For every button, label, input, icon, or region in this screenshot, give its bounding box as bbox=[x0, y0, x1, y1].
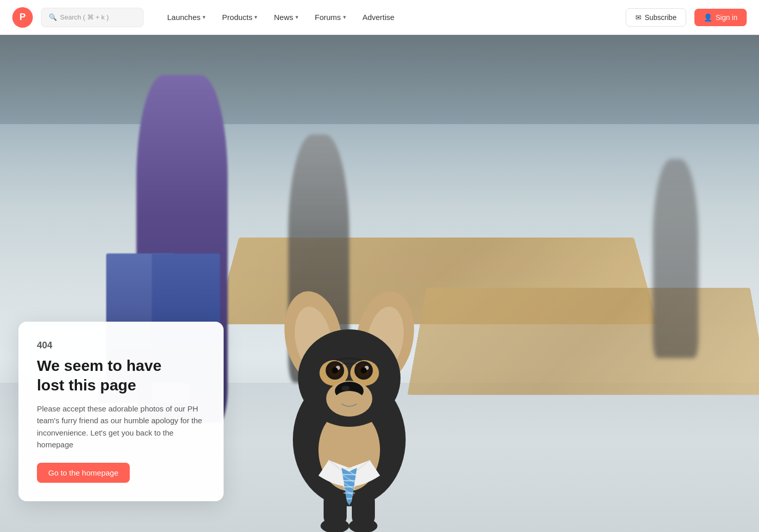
error-heading: We seem to have lost this page bbox=[37, 356, 205, 395]
subscribe-label: Subscribe bbox=[645, 13, 676, 22]
nav-item-launches[interactable]: Launches ▾ bbox=[160, 9, 213, 26]
svg-point-17 bbox=[361, 367, 367, 373]
chevron-down-icon: ▾ bbox=[203, 14, 206, 21]
logo[interactable]: P bbox=[12, 7, 33, 28]
search-placeholder-text: Search ( ⌘ + k ) bbox=[60, 13, 109, 21]
signin-icon: 👤 bbox=[704, 13, 712, 22]
nav-advertise-label: Advertise bbox=[363, 13, 395, 22]
svg-point-19 bbox=[342, 386, 350, 391]
subscribe-icon: ✉ bbox=[635, 13, 642, 22]
svg-point-16 bbox=[332, 367, 338, 373]
nav-item-products[interactable]: Products ▾ bbox=[215, 9, 265, 26]
error-card: 404 We seem to have lost this page Pleas… bbox=[18, 322, 224, 501]
nav-news-label: News bbox=[274, 13, 293, 22]
nav-item-news[interactable]: News ▾ bbox=[267, 9, 306, 26]
signin-button[interactable]: 👤 Sign in bbox=[694, 9, 747, 26]
hero-section: 404 We seem to have lost this page Pleas… bbox=[0, 35, 759, 532]
svg-point-20 bbox=[334, 391, 365, 411]
error-code: 404 bbox=[37, 340, 205, 351]
chevron-down-icon: ▾ bbox=[295, 14, 298, 21]
nav-launches-label: Launches bbox=[167, 13, 201, 22]
chevron-down-icon: ▾ bbox=[343, 14, 346, 21]
subscribe-button[interactable]: ✉ Subscribe bbox=[626, 8, 686, 27]
go-to-homepage-button[interactable]: Go to the homepage bbox=[37, 463, 130, 483]
error-description: Please accept these adorable photos of o… bbox=[37, 403, 205, 450]
navbar: P 🔍 Search ( ⌘ + k ) Launches ▾ Products… bbox=[0, 0, 759, 35]
nav-products-label: Products bbox=[222, 13, 252, 22]
dog-illustration bbox=[190, 35, 509, 532]
search-icon: 🔍 bbox=[49, 13, 57, 21]
chevron-down-icon: ▾ bbox=[254, 14, 257, 21]
nav-forums-label: Forums bbox=[315, 13, 341, 22]
nav-item-advertise[interactable]: Advertise bbox=[355, 9, 402, 26]
nav-links: Launches ▾ Products ▾ News ▾ Forums ▾ Ad… bbox=[160, 9, 402, 26]
nav-item-forums[interactable]: Forums ▾ bbox=[308, 9, 353, 26]
search-box[interactable]: 🔍 Search ( ⌘ + k ) bbox=[41, 8, 144, 27]
signin-label: Sign in bbox=[715, 13, 737, 22]
bg-person-3 bbox=[653, 159, 698, 358]
error-heading-line1: We seem to have bbox=[37, 357, 162, 374]
error-heading-line2: lost this page bbox=[37, 377, 136, 393]
